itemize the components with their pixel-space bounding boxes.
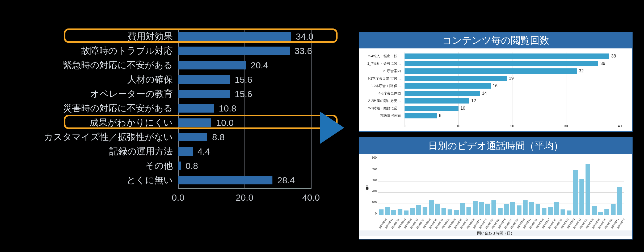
content-views-value-label: 14 [482, 91, 487, 96]
daily-video-bar [517, 205, 521, 215]
main-chart-row: その他0.8 [178, 159, 311, 173]
daily-video-bar [579, 179, 584, 215]
daily-video-ytick: 100 [367, 201, 377, 204]
main-chart-bar [178, 47, 290, 55]
daily-video-bar [586, 164, 590, 215]
daily-video-bar [416, 205, 421, 215]
daily-video-ytick: 0 [367, 212, 377, 215]
main-chart-value-label: 10.8 [219, 103, 236, 114]
content-views-bar [405, 98, 469, 104]
content-views-category-label: 2_庁舎案内 [353, 69, 401, 73]
main-chart-plot-area: 0.020.040.0費用対効果34.0故障時のトラブル対応33.6緊急時の対応… [178, 29, 311, 189]
main-chart-bar [178, 61, 246, 69]
daily-video-bar [423, 207, 427, 215]
main-chart-value-label: 8.8 [212, 132, 225, 142]
content-views-panel: コンテンツ毎の閲覧回数 0102030402-4転入・転出・転…382_7福祉・… [359, 32, 633, 132]
daily-video-bar [554, 202, 559, 215]
content-views-row: 2_7福祉・介護に関…36 [405, 60, 624, 67]
main-chart-value-label: 33.6 [294, 46, 312, 56]
content-views-value-label: 36 [600, 61, 605, 66]
daily-video-bar [561, 209, 565, 215]
main-chart-row: オペレーターの教育15.6 [178, 87, 311, 101]
content-views-value-label: 6 [439, 113, 441, 118]
main-chart-bar [178, 176, 272, 184]
content-views-bar [405, 61, 598, 66]
main-chart-category-label: 費用対効果 [13, 30, 173, 43]
content-views-category-label: 4-3庁舎全体図 [353, 91, 401, 96]
daily-video-ytick: 300 [367, 178, 377, 181]
daily-video-bar [466, 207, 471, 215]
main-chart-category-label: 記録の運用方法 [13, 145, 173, 158]
daily-video-ytick: 500 [367, 156, 377, 159]
daily-video-ytick: 200 [367, 189, 377, 193]
main-chart-row: カスタマイズ性／拡張性がない8.8 [178, 130, 311, 144]
arrow-right-icon [320, 112, 344, 144]
content-views-category-label: 2-4転入・転出・転… [353, 54, 401, 59]
content-views-row: 3-2本庁舎１階 保…16 [405, 82, 624, 90]
content-views-bar [405, 91, 480, 96]
main-chart-row: 故障時のトラブル対応33.6 [178, 44, 311, 58]
main-chart-row: 災害時の対応に不安がある10.8 [178, 101, 311, 115]
main-chart-bar [178, 133, 207, 141]
daily-video-bar [435, 204, 440, 215]
content-views-category-label: 2_7福祉・介護に関… [353, 61, 401, 66]
daily-video-panel: 日別のビデオ通話時間（平均） 通話時間（千秒） 0100200300400500… [359, 137, 633, 239]
main-chart-category-label: 緊急時の対応に不安がある [13, 59, 173, 71]
main-chart-bar [178, 75, 230, 84]
content-views-value-label: 32 [579, 69, 584, 73]
daily-video-bar [598, 212, 603, 215]
main-chart-xtick: 20.0 [236, 192, 253, 203]
daily-video-bar [611, 204, 616, 215]
content-views-title: コンテンツ毎の閲覧回数 [359, 32, 632, 48]
main-chart-category-label: 故障時のトラブル対応 [13, 45, 173, 57]
content-views-category-label: 3-2本庁舎１階 保… [353, 84, 401, 88]
content-views-bar [405, 113, 437, 118]
main-chart-bar [178, 162, 181, 170]
main-chart-bar [178, 118, 211, 127]
daily-video-bar [573, 170, 578, 215]
daily-video-bar [485, 204, 490, 215]
content-views-value-label: 19 [509, 76, 514, 81]
daily-video-bar [385, 207, 390, 215]
content-views-value-label: 16 [493, 84, 498, 88]
daily-video-bar [604, 209, 609, 215]
content-views-row: 2-2出産の際に必要…12 [405, 97, 624, 105]
daily-video-bar [491, 200, 496, 215]
daily-video-bar [379, 209, 384, 215]
daily-video-bar [410, 208, 415, 215]
main-chart-bar [178, 32, 291, 41]
content-views-plot-area: 0102030402-4転入・転出・転…382_7福祉・介護に関…362_庁舎案… [405, 52, 624, 123]
content-views-xtick: 0 [403, 124, 405, 128]
main-chart-bar [178, 90, 230, 98]
content-views-value-label: 38 [611, 54, 616, 59]
daily-video-ytick: 400 [367, 167, 377, 170]
main-chart-value-label: 15.6 [235, 89, 252, 99]
daily-video-bar [479, 202, 484, 215]
daily-video-bar [536, 204, 540, 215]
content-views-bar [405, 106, 458, 111]
main-chart-category-label: カスタマイズ性／拡張性がない [13, 131, 173, 143]
content-views-category-label: 2-1結婚・離婚に必… [353, 106, 401, 111]
main-chart-category-label: 成果がわかりにくい [13, 117, 173, 129]
daily-video-bar [542, 208, 546, 215]
daily-video-gridline [378, 159, 624, 159]
daily-video-bar [523, 200, 528, 215]
daily-video-bar [429, 200, 434, 215]
content-views-xtick: 40 [618, 124, 622, 128]
daily-video-bar [529, 202, 534, 215]
content-views-row: 4-3庁舎全体図14 [405, 90, 624, 97]
daily-video-xlabel: 問い合わせ時間（日） [359, 230, 632, 236]
daily-video-bar [592, 206, 597, 215]
main-chart-row: 費用対効果34.0 [178, 29, 311, 44]
content-views-xtick: 10 [456, 124, 460, 128]
main-chart-row: とくに無い28.4 [178, 173, 311, 187]
content-views-value-label: 10 [461, 106, 465, 111]
main-chart-value-label: 34.0 [296, 31, 313, 42]
daily-video-bar [504, 204, 509, 215]
main-chart-value-label: 4.4 [197, 146, 210, 157]
content-views-value-label: 12 [471, 98, 476, 103]
main-chart-value-label: 20.4 [251, 60, 268, 71]
content-views-category-label: 2-2出産の際に必要… [353, 98, 401, 103]
main-chart-row: 人材の確保15.6 [178, 72, 311, 87]
main-chart-bar [178, 104, 214, 113]
